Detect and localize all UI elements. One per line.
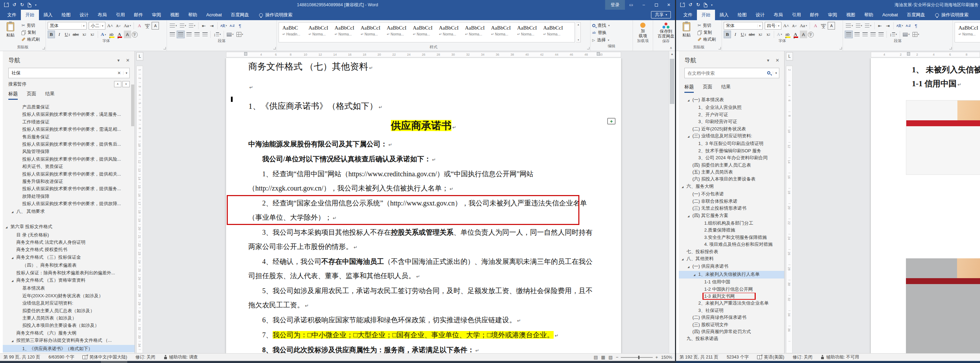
grow-font-button[interactable]: A˄ [782, 22, 790, 30]
qat-customize-icon[interactable]: ▾ [35, 3, 37, 6]
borders-button[interactable] [912, 30, 921, 38]
nav-tab-pages[interactable]: 页面 [27, 91, 36, 100]
align-right-button[interactable] [185, 30, 192, 38]
menu-tab-9[interactable]: 视图 [842, 10, 860, 20]
nav-item[interactable]: 服务升级和改进保证 [3, 178, 135, 185]
style-item[interactable]: AaBbCcI↵ Norma... [360, 24, 385, 41]
addins-button[interactable]: 加 载项 [635, 21, 651, 38]
menu-tab-7[interactable]: 邮件 [129, 10, 148, 20]
highlight-color-button[interactable]: ab [108, 30, 115, 38]
restore-button[interactable] [650, 0, 662, 10]
menu-tab-1[interactable]: 开始 [697, 10, 715, 20]
word-count[interactable]: 52343 个字 [727, 354, 749, 360]
bullets-button[interactable] [845, 22, 854, 30]
nav-item[interactable]: 1.组织机构及各部门分工 [679, 220, 784, 227]
zoom-thumb[interactable] [638, 356, 640, 359]
change-case-button[interactable]: Aa [799, 22, 808, 30]
previous-result-button[interactable]: ∧ [114, 81, 121, 87]
nav-item[interactable]: 1、3 年压裂公司印刷品业绩证明 [679, 140, 784, 147]
nav-item[interactable]: (三) 无禁止投标情形承诺书 [679, 205, 784, 212]
nav-item[interactable]: 商务文件格式 授权委托书 [3, 246, 135, 253]
nav-search-input[interactable] [685, 71, 765, 76]
menu-tab-0[interactable]: 文件 [679, 10, 697, 20]
nav-pane-options-icon[interactable]: ▾ [767, 58, 770, 63]
expand-triangle-icon[interactable]: ◢ [687, 133, 692, 140]
subscript-button[interactable]: x2 [757, 30, 764, 38]
clear-format-icon[interactable]: A [812, 22, 819, 30]
signin-button[interactable]: 登录 [605, 0, 625, 10]
grow-font-button[interactable]: A˄ [106, 22, 114, 30]
menu-tab-8[interactable]: 审阅 [824, 10, 842, 20]
expand-triangle-icon[interactable]: ◢ [687, 264, 692, 271]
find-button[interactable]: 查找▾ [592, 22, 631, 29]
document-icon[interactable] [704, 3, 707, 7]
nav-item[interactable]: 拟委任的主要人员汇总表（如涉及） [3, 307, 135, 314]
nav-item[interactable]: ◢按照第三章评标办法提交资料商务文件格式 （... [3, 337, 135, 345]
shrink-font-button[interactable]: A˅ [115, 22, 122, 30]
expand-triangle-icon[interactable]: ◢ [11, 208, 16, 216]
text-effects-button[interactable]: A [776, 30, 783, 38]
nav-item[interactable]: 目 录 (无价格标) [3, 231, 135, 239]
nav-item[interactable]: 七、投标报价表 [679, 248, 784, 255]
nav-item[interactable]: 投标人依据采购技术要求书中的要求，提供风险... [3, 155, 135, 163]
nav-item[interactable]: 投标人依据采购技术要求书中的要求，提供故障... [3, 200, 135, 207]
redo-icon[interactable]: ↻ [696, 2, 700, 7]
style-item[interactable]: AaBbCcI↵ Norma... [490, 24, 515, 41]
paragraph-dialog-launcher-icon[interactable] [950, 47, 952, 49]
align-left-button[interactable] [169, 30, 176, 38]
copy-button[interactable]: 复制 [21, 29, 41, 36]
nav-item[interactable]: (一) 不分包承诺 [679, 191, 784, 197]
scrollbar-thumb[interactable] [670, 59, 674, 104]
cut-button[interactable]: ✂剪切 [21, 22, 41, 29]
character-border-button[interactable]: A [828, 22, 835, 30]
document-icon[interactable] [28, 3, 31, 7]
nav-item[interactable]: (二) 供应商绿色环保承诺书 [679, 314, 784, 321]
accessibility-status[interactable]: 辅助功能: 不可用 [826, 354, 859, 360]
redo-icon[interactable]: ↻ [20, 2, 24, 7]
nav-item[interactable]: 主要人员简历表（如涉及） [3, 314, 135, 322]
underline-button[interactable]: U [740, 30, 747, 38]
expand-triangle-icon[interactable]: ◢ [11, 277, 16, 284]
font-size-combo[interactable]: 四号▾ [765, 22, 781, 30]
nav-pane-close-icon[interactable]: ✕ [775, 58, 780, 63]
asian-layout-button[interactable]: A文 [220, 22, 228, 30]
nav-item[interactable]: ◢八、其他资料 [679, 255, 784, 263]
select-button[interactable]: ▷选择▾ [592, 37, 631, 43]
nav-scrollbar-thumb[interactable] [131, 84, 134, 126]
menu-tab-10[interactable]: 帮助 [184, 10, 202, 20]
expand-triangle-icon[interactable]: ◢ [682, 256, 686, 263]
numbering-button[interactable] [179, 22, 188, 30]
share-button[interactable]: 共享▾ [651, 11, 671, 18]
underline-button[interactable]: U [64, 30, 71, 38]
nav-item[interactable]: 投标人依据采购技术要求书中的要求，需满足相... [3, 126, 135, 133]
menu-tab-2[interactable]: 插入 [39, 10, 57, 20]
clear-format-icon[interactable]: A [136, 22, 143, 30]
justify-button[interactable] [869, 30, 877, 38]
nav-tab-results[interactable]: 结果 [721, 84, 731, 93]
numbering-button[interactable] [855, 22, 864, 30]
search-options-icon[interactable]: ▾ [123, 71, 129, 75]
menu-tab-11[interactable]: Acrobat [202, 10, 226, 20]
nav-item[interactable]: 3、印刷经营许可证 [679, 118, 784, 125]
enclose-characters-button[interactable]: 字 [132, 32, 138, 38]
change-case-button[interactable]: Aa [123, 22, 132, 30]
menu-tab-5[interactable]: 布局 [769, 10, 788, 20]
expand-triangle-icon[interactable]: ◢ [694, 272, 698, 279]
expand-triangle-icon[interactable]: ◢ [682, 183, 686, 191]
nav-item[interactable]: 4. 项目难点及特点分析和应对措施 [679, 241, 784, 248]
paste-button[interactable]: 粘贴 [678, 21, 695, 38]
line-spacing-button[interactable]: ↕ [213, 30, 222, 38]
scroll-up-icon[interactable]: ▲ [669, 51, 675, 57]
comment-icon[interactable] [607, 118, 616, 124]
nav-pane-close-icon[interactable]: ✕ [126, 58, 130, 63]
asian-layout-button[interactable]: A文 [896, 22, 904, 30]
next-result-button[interactable]: ∨ [123, 81, 130, 87]
nav-item[interactable]: 2、未被列入严重违法失信企业名单 [679, 300, 784, 307]
font-dialog-launcher-icon[interactable] [164, 47, 166, 49]
strikethrough-button[interactable]: abc [72, 30, 80, 38]
nav-item[interactable]: ◢(一) 基本情况表 [679, 96, 784, 104]
accessibility-status[interactable]: 辅助功能: 调查 [169, 354, 198, 360]
increase-indent-button[interactable]: ⇥ [885, 22, 892, 30]
document-page-right[interactable]: 1、 未被列入失信被执行人名单1-1 信用中国↵ [871, 58, 980, 353]
nav-item[interactable]: 故障处理保障 [3, 193, 135, 200]
